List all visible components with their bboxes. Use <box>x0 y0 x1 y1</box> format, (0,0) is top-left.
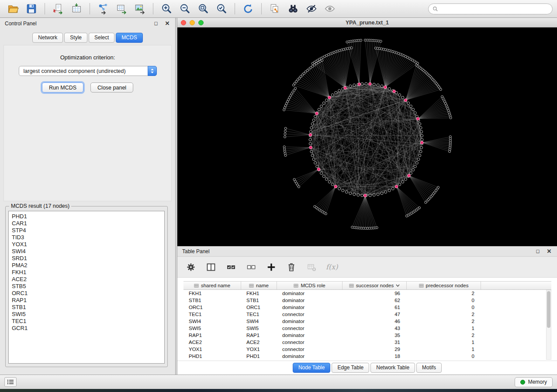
close-panel-icon[interactable]: ✕ <box>164 21 170 27</box>
mcds-result-item[interactable]: STB5 <box>12 283 161 290</box>
search-input[interactable] <box>441 6 548 12</box>
leaf-node[interactable] <box>314 206 316 208</box>
leaf-node[interactable] <box>350 47 353 49</box>
zoom-fit-button[interactable] <box>194 2 212 16</box>
float-panel-icon[interactable]: ◻ <box>153 21 159 27</box>
control-tab-style[interactable]: Style <box>64 33 87 43</box>
hub-node[interactable] <box>315 112 318 115</box>
column-header-shared-name[interactable]: shared name <box>183 282 241 289</box>
ring-node[interactable] <box>309 138 311 141</box>
hub-node[interactable] <box>420 141 423 144</box>
ring-node[interactable] <box>320 105 323 107</box>
table-row-TEC1[interactable]: TEC1TEC1connector472 <box>183 311 551 318</box>
table-row-FKH1[interactable]: FKH1FKH1dominator962 <box>183 290 551 297</box>
status-list-button[interactable] <box>4 377 17 387</box>
column-header-MCDS-role[interactable]: MCDS role <box>277 282 343 289</box>
ring-node[interactable] <box>420 131 423 133</box>
hub-node[interactable] <box>309 133 312 136</box>
select-all-button[interactable] <box>225 261 237 273</box>
table-row-SWI4[interactable]: SWI4SWI4dominator462 <box>183 318 551 325</box>
table-scrollbar-thumb[interactable] <box>547 291 550 328</box>
ring-node[interactable] <box>369 194 371 197</box>
ring-node[interactable] <box>419 154 421 157</box>
mcds-result-item[interactable]: PMA2 <box>12 262 161 269</box>
search-box[interactable] <box>428 3 553 14</box>
hub-node[interactable] <box>317 168 320 171</box>
leaf-node[interactable] <box>294 87 297 89</box>
mcds-result-item[interactable]: GCR1 <box>12 325 161 332</box>
ring-node[interactable] <box>338 187 341 190</box>
ring-node[interactable] <box>312 158 315 161</box>
hub-node[interactable] <box>393 90 396 93</box>
ring-node[interactable] <box>309 142 311 145</box>
mcds-result-item[interactable]: TID3 <box>12 234 161 241</box>
ring-node[interactable] <box>361 194 363 197</box>
leaf-node[interactable] <box>284 133 286 135</box>
ring-node[interactable] <box>381 192 383 195</box>
hub-node[interactable] <box>344 86 347 89</box>
ring-node[interactable] <box>318 108 320 111</box>
ring-node[interactable] <box>421 134 423 137</box>
mcds-result-item[interactable]: TEC1 <box>12 318 161 325</box>
ring-node[interactable] <box>421 138 423 141</box>
save-button[interactable] <box>23 2 40 16</box>
hub-node[interactable] <box>416 117 419 120</box>
ring-node[interactable] <box>415 162 418 164</box>
leaf-node[interactable] <box>360 39 362 41</box>
table-row-ORC1[interactable]: ORC1ORC1dominator610 <box>183 304 551 311</box>
ring-node[interactable] <box>420 146 423 149</box>
table-tab-motifs[interactable]: Motifs <box>416 363 442 373</box>
ring-node[interactable] <box>419 150 422 153</box>
ring-node[interactable] <box>314 162 317 164</box>
ring-node[interactable] <box>311 123 314 125</box>
delete-row-button[interactable] <box>286 261 297 273</box>
import-network-file-button[interactable] <box>49 2 67 16</box>
column-header-name[interactable]: name <box>241 282 277 289</box>
ring-node[interactable] <box>373 83 375 86</box>
ring-node[interactable] <box>331 183 334 186</box>
close-window-button[interactable] <box>181 20 186 25</box>
export-image-button[interactable] <box>131 2 149 16</box>
import-table-file-button[interactable] <box>68 2 85 16</box>
ring-node[interactable] <box>357 194 360 196</box>
first-neighbors-button[interactable] <box>284 2 302 16</box>
ring-node[interactable] <box>388 189 391 192</box>
export-table-button[interactable] <box>113 2 130 16</box>
hub-node[interactable] <box>408 174 411 177</box>
ring-node[interactable] <box>320 172 323 175</box>
hub-node[interactable] <box>358 83 361 86</box>
column-header-predecessor-nodes[interactable]: predecessor nodes <box>407 282 481 289</box>
leaf-node[interactable] <box>439 88 442 90</box>
mcds-result-item[interactable]: SWI4 <box>12 248 161 255</box>
ring-node[interactable] <box>309 131 312 133</box>
mcds-result-item[interactable]: STP4 <box>12 227 161 234</box>
leaf-node[interactable] <box>284 152 286 154</box>
mcds-result-item[interactable]: RAP1 <box>12 297 161 304</box>
ring-node[interactable] <box>377 193 379 196</box>
leaf-node[interactable] <box>405 215 408 217</box>
ring-node[interactable] <box>353 193 356 196</box>
ring-node[interactable] <box>407 102 410 104</box>
ring-node[interactable] <box>412 108 415 111</box>
table-tab-node-table[interactable]: Node Table <box>293 363 331 373</box>
leaf-node[interactable] <box>380 40 382 42</box>
mcds-result-item[interactable]: SRD1 <box>12 255 161 262</box>
ring-node[interactable] <box>391 187 394 190</box>
ring-node[interactable] <box>312 119 315 121</box>
leaf-node[interactable] <box>351 226 353 228</box>
ring-node[interactable] <box>414 165 416 168</box>
leaf-node[interactable] <box>284 150 286 152</box>
table-settings-button[interactable] <box>185 261 197 273</box>
ring-node[interactable] <box>388 88 391 90</box>
close-panel-button[interactable]: Close panel <box>90 83 133 93</box>
ring-node[interactable] <box>398 183 401 186</box>
ring-node[interactable] <box>310 150 313 153</box>
memory-button[interactable]: Memory <box>515 377 553 387</box>
split-panel-button[interactable] <box>205 261 217 273</box>
ring-node[interactable] <box>335 91 337 94</box>
ring-node[interactable] <box>353 84 356 86</box>
table-row-SWI5[interactable]: SWI5SWI5connector431 <box>183 325 551 332</box>
ring-node[interactable] <box>384 191 387 193</box>
float-table-panel-icon[interactable]: ◻ <box>535 248 541 254</box>
mcds-result-item[interactable]: PHD1 <box>12 213 161 220</box>
